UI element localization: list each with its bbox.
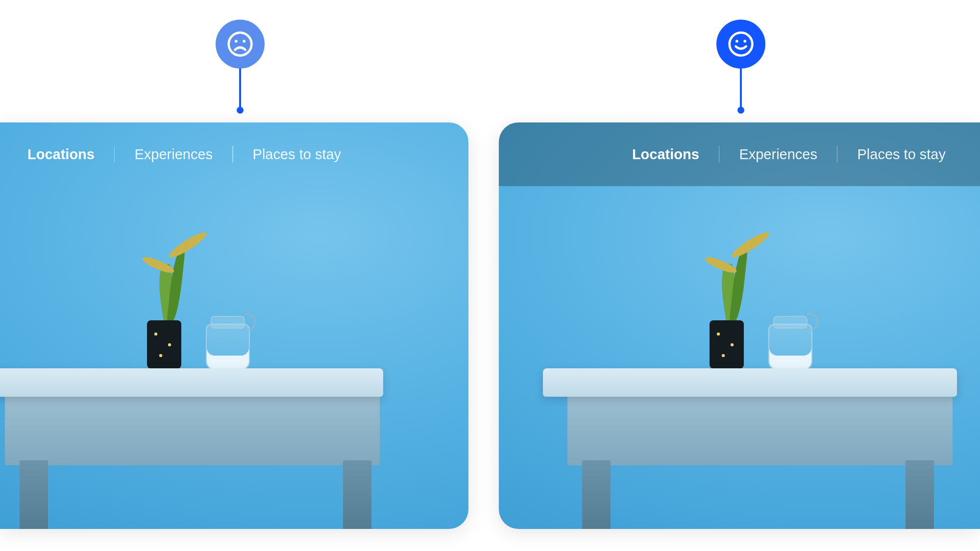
happy-face-icon [716,20,765,69]
navbar-with-overlay: Locations Experiences Places to stay [499,122,980,186]
indicator-bad [216,20,265,114]
nav-item-locations[interactable]: Locations [27,146,95,163]
svg-point-1 [235,40,238,43]
nav-item-locations[interactable]: Locations [632,146,699,163]
indicator-stem-dot [237,107,244,114]
indicator-stem-dot [737,107,744,114]
indicator-good [716,20,765,114]
nav-divider [232,146,233,163]
nav-item-experiences[interactable]: Experiences [739,146,817,163]
svg-point-2 [243,40,245,43]
navbar-without-overlay: Locations Experiences Places to stay [0,122,468,186]
nav-divider [114,146,115,163]
svg-point-0 [229,33,252,56]
example-panel-without-overlay: Locations Experiences Places to stay [0,122,468,529]
indicator-stem [740,69,742,108]
nav-item-places[interactable]: Places to stay [253,146,342,163]
example-panel-with-overlay: Locations Experiences Places to stay [499,122,980,529]
nav-divider [719,146,720,163]
nav-item-experiences[interactable]: Experiences [134,146,213,163]
nav-item-places[interactable]: Places to stay [857,146,946,163]
nav-divider [837,146,838,163]
indicator-stem [239,69,241,108]
sad-face-icon [216,20,265,69]
svg-point-3 [730,33,753,56]
svg-point-5 [743,40,746,43]
svg-point-4 [735,40,738,43]
